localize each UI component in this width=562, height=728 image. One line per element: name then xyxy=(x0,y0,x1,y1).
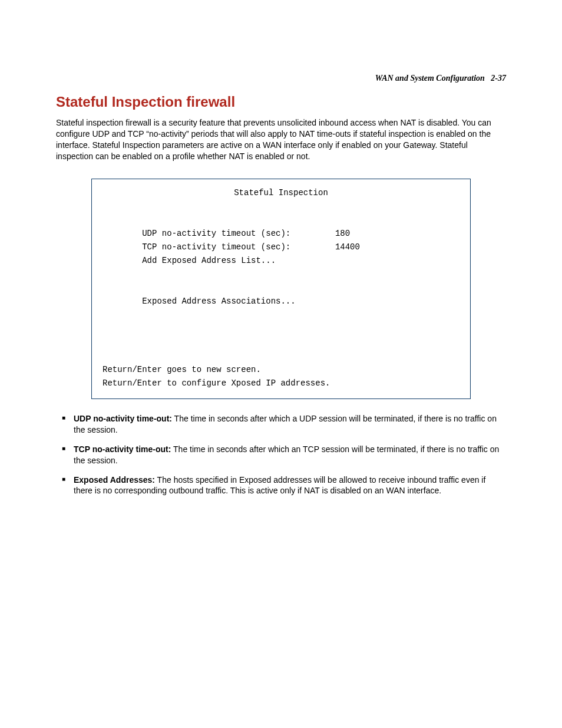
header-page-num: 2-37 xyxy=(491,74,506,83)
terminal-row-label: TCP no-activity timeout (sec): xyxy=(142,242,290,252)
bullet-term: Exposed Addresses: xyxy=(74,475,155,485)
bullet-list: UDP no-activity time-out: The time in se… xyxy=(56,413,506,496)
intro-paragraph: Stateful inspection firewall is a securi… xyxy=(56,117,506,162)
terminal-footer: Return/Enter to configure Xposed IP addr… xyxy=(103,378,330,388)
terminal-row-value: 180 xyxy=(335,229,350,238)
terminal-row-label: UDP no-activity timeout (sec): xyxy=(142,229,290,238)
page-header: WAN and System Configuration 2-37 xyxy=(56,74,506,83)
terminal-title: Stateful Inspection xyxy=(103,186,459,200)
page-title: Stateful Inspection firewall xyxy=(56,94,506,110)
terminal-row-label: Exposed Address Associations... xyxy=(142,297,295,306)
terminal-body: UDP no-activity timeout (sec): 180 TCP n… xyxy=(103,213,459,363)
terminal-row-label: Add Exposed Address List... xyxy=(142,256,276,265)
bullet-term: TCP no-activity time-out: xyxy=(74,444,171,454)
list-item: Exposed Addresses: The hosts specified i… xyxy=(56,475,506,497)
terminal-row-value: 14400 xyxy=(335,242,360,252)
terminal-screen: Stateful Inspection UDP no-activity time… xyxy=(91,179,471,399)
header-section: WAN and System Configuration xyxy=(375,74,485,83)
terminal-footer: Return/Enter goes to new screen. xyxy=(103,365,261,374)
list-item: UDP no-activity time-out: The time in se… xyxy=(56,413,506,436)
bullet-term: UDP no-activity time-out: xyxy=(74,414,172,423)
list-item: TCP no-activity time-out: The time in se… xyxy=(56,444,506,466)
